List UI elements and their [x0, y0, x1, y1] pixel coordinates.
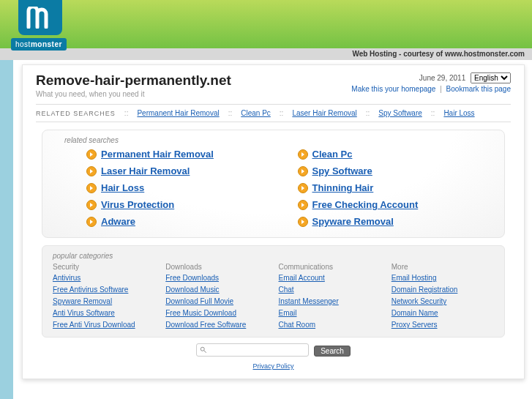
search-link[interactable]: Adware — [101, 216, 135, 227]
search-link[interactable]: Thinning Hair — [312, 182, 374, 193]
arrow-right-icon — [86, 217, 97, 227]
svg-point-0 — [201, 347, 204, 351]
search-input[interactable] — [210, 345, 305, 355]
search-row: Search — [36, 343, 511, 357]
arrow-right-icon — [298, 183, 308, 193]
tagline: What you need, when you need it — [36, 90, 231, 98]
list-item: Virus Protection — [86, 199, 283, 210]
category-link[interactable]: Download Free Software — [165, 319, 268, 331]
category-link[interactable]: Domain Registration — [391, 284, 494, 296]
category-link[interactable]: Proxy Servers — [391, 319, 494, 331]
arrow-right-icon — [86, 166, 97, 176]
category-link[interactable]: Chat — [279, 284, 381, 296]
list-item: Permanent Hair Removal — [86, 149, 283, 160]
svg-line-1 — [204, 351, 206, 353]
related-searches-box: related searches Permanent Hair Removal … — [42, 130, 505, 238]
categories-grid: Security Antivirus Free Antivirus Softwa… — [53, 263, 494, 331]
list-item: Hair Loss — [86, 182, 283, 193]
list-item: Clean Pc — [298, 149, 495, 160]
related-inline-link[interactable]: Spy Software — [378, 109, 422, 117]
arrow-right-icon — [298, 217, 308, 227]
category-link[interactable]: Antivirus — [53, 272, 155, 284]
list-item: Adware — [86, 216, 283, 227]
meta-block: June 29, 2011 English Make this your hom… — [351, 72, 511, 93]
categories-box: popular categories Security Antivirus Fr… — [42, 245, 505, 338]
search-link[interactable]: Laser Hair Removal — [101, 165, 190, 176]
category-link[interactable]: Email Account — [279, 272, 381, 284]
search-link[interactable]: Free Checking Account — [312, 199, 419, 210]
category-link[interactable]: Anti Virus Software — [53, 307, 155, 319]
category-link[interactable]: Email Hosting — [391, 272, 494, 284]
related-inline-link[interactable]: Hair Loss — [443, 109, 474, 117]
title-block: Remove-hair-permanently.net What you nee… — [36, 72, 231, 98]
separator: | — [440, 85, 442, 93]
search-link[interactable]: Permanent Hair Removal — [101, 149, 214, 160]
footer: Privacy Policy — [36, 361, 511, 370]
search-link[interactable]: Spyware Removal — [312, 216, 394, 227]
category-link[interactable]: Instant Messenger — [279, 296, 381, 307]
category-link[interactable]: Chat Room — [279, 319, 381, 331]
list-item: Laser Hair Removal — [86, 165, 283, 176]
header-row: Remove-hair-permanently.net What you nee… — [36, 72, 511, 98]
make-homepage-link[interactable]: Make this your homepage — [351, 85, 435, 93]
content-card: Remove-hair-permanently.net What you nee… — [22, 64, 525, 379]
logo-text: hostmonster — [11, 38, 67, 51]
category-header: Communications — [279, 263, 381, 271]
list-item: Thinning Hair — [298, 182, 495, 193]
category-link[interactable]: Domain Name — [391, 307, 494, 319]
category-link[interactable]: Free Anti Virus Download — [53, 319, 155, 331]
hm-icon — [26, 7, 55, 29]
categories-title: popular categories — [53, 252, 494, 260]
category-header: Downloads — [165, 263, 268, 271]
category-link[interactable]: Free Antivirus Software — [53, 284, 155, 296]
related-inline-link[interactable]: Permanent Hair Removal — [137, 109, 219, 117]
search-link[interactable]: Spy Software — [312, 165, 372, 176]
category-link[interactable]: Download Music — [165, 284, 268, 296]
list-item: Free Checking Account — [298, 199, 495, 210]
related-searches-title: related searches — [64, 136, 494, 144]
category-col: Security Antivirus Free Antivirus Softwa… — [53, 263, 155, 331]
related-label: RELATED SEARCHES — [36, 110, 116, 117]
related-searches-grid: Permanent Hair Removal Clean Pc Laser Ha… — [86, 149, 494, 227]
arrow-right-icon — [86, 183, 97, 193]
logo: hostmonster — [11, 0, 70, 51]
search-box — [196, 343, 309, 357]
related-inline-link[interactable]: Clean Pc — [241, 109, 271, 117]
courtesy-bar: Web Hosting - courtesy of www.hostmonste… — [0, 48, 532, 60]
category-link[interactable]: Free Downloads — [165, 272, 268, 284]
category-header: Security — [53, 263, 155, 271]
meta-links: Make this your homepage | Bookmark this … — [351, 85, 511, 93]
date-text: June 29, 2011 — [419, 74, 465, 82]
list-item: Spy Software — [298, 165, 495, 176]
category-link[interactable]: Spyware Removal — [53, 296, 155, 307]
language-select[interactable]: English — [471, 72, 511, 83]
list-item: Spyware Removal — [298, 216, 495, 227]
category-link[interactable]: Network Security — [391, 296, 494, 307]
category-header: More — [391, 263, 494, 271]
arrow-right-icon — [298, 200, 308, 210]
bookmark-link[interactable]: Bookmark this page — [446, 85, 511, 93]
search-link[interactable]: Virus Protection — [101, 199, 174, 210]
header-band: hostmonster — [0, 0, 532, 48]
category-link[interactable]: Email — [279, 307, 381, 319]
related-inline-link[interactable]: Laser Hair Removal — [292, 109, 356, 117]
logo-mark — [18, 0, 62, 35]
category-link[interactable]: Free Music Download — [165, 307, 268, 319]
category-col: Downloads Free Downloads Download Music … — [165, 263, 268, 331]
page-title: Remove-hair-permanently.net — [36, 72, 231, 89]
arrow-right-icon — [298, 166, 308, 176]
search-link[interactable]: Hair Loss — [101, 182, 144, 193]
arrow-right-icon — [86, 200, 97, 210]
search-button[interactable]: Search — [314, 346, 351, 357]
search-icon — [200, 346, 207, 354]
privacy-link[interactable]: Privacy Policy — [252, 362, 293, 370]
category-col: Communications Email Account Chat Instan… — [279, 263, 381, 331]
related-bar: RELATED SEARCHES :: Permanent Hair Remov… — [36, 104, 511, 122]
arrow-right-icon — [86, 149, 97, 160]
page-wrap: Remove-hair-permanently.net What you nee… — [0, 60, 532, 399]
arrow-right-icon — [298, 149, 308, 160]
category-link[interactable]: Download Full Movie — [165, 296, 268, 307]
search-link[interactable]: Clean Pc — [312, 149, 353, 160]
category-col: More Email Hosting Domain Registration N… — [391, 263, 494, 331]
